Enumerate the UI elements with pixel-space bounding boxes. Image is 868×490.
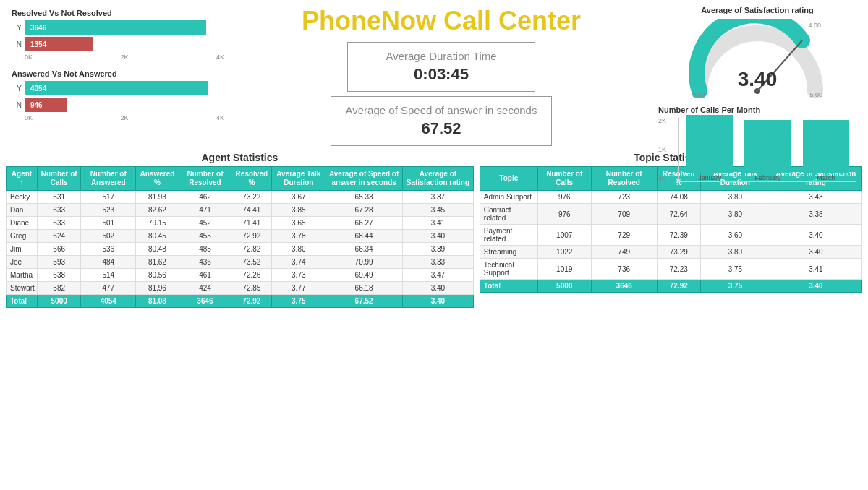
answered-y-bar-container: 4054	[25, 81, 224, 95]
agent-total-cell: 4054	[81, 295, 136, 308]
agent-total-cell: 3646	[179, 295, 231, 308]
monthly-y1: 1K	[658, 146, 666, 153]
answered-n-value: 946	[30, 101, 43, 109]
resolved-n-value: 1354	[30, 40, 46, 48]
answered-axis: 0K 2K 4K	[12, 114, 224, 121]
agent-table-cell: 3.73	[272, 269, 326, 282]
topic-table-cell: 3.40	[770, 225, 861, 246]
topic-table-cell: 72.39	[657, 225, 700, 246]
col-resolved-pct: Resolved %	[231, 167, 272, 191]
col-avg-talk: Average Talk Duration	[272, 167, 326, 191]
agent-table-cell: 536	[81, 243, 136, 256]
gauge-mid: 4.00	[808, 22, 821, 29]
agent-table-cell: 73.52	[231, 256, 272, 269]
agent-table-cell: 436	[179, 256, 231, 269]
resolved-n-label: N	[12, 40, 22, 48]
answered-y-bar: 4054	[25, 81, 208, 95]
topic-table-cell: 709	[591, 204, 657, 225]
agent-table-cell: Greg	[7, 230, 38, 243]
gauge-section: Average of Satisfaction rating 3.40 0.00…	[652, 6, 862, 98]
agent-table-cell: 424	[179, 282, 231, 295]
topic-col-topic: Topic	[480, 167, 537, 191]
topic-table-row: Admin Support97672374.083.803.43	[480, 191, 861, 204]
monthly-bar-mar: March	[803, 120, 849, 181]
monthly-label-jan: January	[698, 174, 721, 181]
agent-table-cell: 593	[37, 256, 80, 269]
resolved-chart-title: Resolved Vs Not Resolved	[12, 9, 224, 17]
answered-chart: Answered Vs Not Answered Y 4054 N 946	[6, 66, 230, 124]
agent-total-row: Total5000405481.08364672.923.7567.523.40	[7, 295, 474, 308]
agent-table-cell: 66.34	[326, 243, 403, 256]
topic-total-cell: 3.40	[770, 280, 861, 293]
topic-total-row: Total5000364672.923.753.40	[480, 280, 861, 293]
agent-table-cell: 485	[179, 243, 231, 256]
topic-table-cell: 3.41	[770, 259, 861, 280]
agent-table-cell: 3.80	[272, 243, 326, 256]
topic-table-cell: Technical Support	[480, 259, 537, 280]
agent-table-cell: Diane	[7, 217, 38, 230]
agent-table-cell: 80.45	[136, 230, 179, 243]
agent-table-row: Jim66653680.4848572.823.8066.343.39	[7, 243, 474, 256]
topic-table-cell: Contract related	[480, 204, 537, 225]
agent-table-cell: 501	[81, 217, 136, 230]
agent-table-cell: 3.65	[272, 217, 326, 230]
agent-table-cell: 3.40	[403, 282, 474, 295]
agent-table-row: Joe59348481.6243673.523.7470.993.33	[7, 256, 474, 269]
gauge-container: 3.40 0.00 4.00 5.00	[685, 19, 830, 98]
monthly-label-mar: March	[817, 174, 835, 181]
agent-table-cell: 523	[81, 204, 136, 217]
col-avg-sat: Average of Satisfaction rating	[403, 167, 474, 191]
col-agent: Agent ↑	[7, 167, 38, 191]
topic-table-row: Streaming102274973.293.803.40	[480, 246, 861, 259]
agent-table-cell: 633	[37, 204, 80, 217]
topic-table-row: Payment related100772972.393.603.40	[480, 225, 861, 246]
answered-n-bar: 946	[25, 98, 67, 112]
resolved-n-bar-container: 1354	[25, 37, 224, 51]
agent-table-cell: Jim	[7, 243, 38, 256]
agent-table-cell: 71.41	[231, 217, 272, 230]
agent-table-row: Martha63851480.5646172.263.7369.493.47	[7, 269, 474, 282]
agent-table-cell: 3.78	[272, 230, 326, 243]
col-num-resolved: Number of Resolved	[179, 167, 231, 191]
agent-table-cell: Stewart	[7, 282, 38, 295]
avg-speed-label: Average of Speed of answer in seconds	[346, 104, 537, 116]
dashboard-title: PhoneNow Call Center	[302, 6, 581, 36]
agent-table-row: Dan63352382.6247174.413.8567.283.45	[7, 204, 474, 217]
answered-y-value: 4054	[30, 85, 46, 93]
agent-table-cell: 3.45	[403, 204, 474, 217]
col-answered-pct: Answered %	[136, 167, 179, 191]
resolved-y-value: 3646	[30, 24, 46, 32]
monthly-chart-title: Number of Calls Per Month	[658, 106, 856, 114]
answered-n-label: N	[12, 101, 22, 109]
agent-table-cell: 3.37	[403, 191, 474, 204]
topic-table-cell: Streaming	[480, 246, 537, 259]
topic-total-cell: 3.75	[700, 280, 770, 293]
agent-table-cell: Becky	[7, 191, 38, 204]
agent-table-cell: 3.40	[403, 230, 474, 243]
agent-total-cell: 67.52	[326, 295, 403, 308]
agent-table-cell: 631	[37, 191, 80, 204]
avg-duration-box: Average Duration Time 0:03:45	[347, 42, 535, 92]
agent-table-cell: 455	[179, 230, 231, 243]
agent-table-cell: Martha	[7, 269, 38, 282]
topic-table-cell: 723	[591, 191, 657, 204]
agent-table-cell: 81.96	[136, 282, 179, 295]
agent-table-row: Stewart58247781.9642472.853.7766.183.40	[7, 282, 474, 295]
topic-col-resolved: Number of Resolved	[591, 167, 657, 191]
answered-bar-chart: Y 4054 N 946 0K	[12, 81, 224, 121]
avg-speed-box: Average of Speed of answer in seconds 67…	[331, 96, 553, 146]
agent-table-cell: 67.28	[326, 204, 403, 217]
topic-table-cell: 736	[591, 259, 657, 280]
topic-table-cell: 3.80	[700, 191, 770, 204]
agent-table-cell: 72.92	[231, 230, 272, 243]
resolved-axis: 0K 2K 4K	[12, 53, 224, 61]
agent-table-row: Becky63151781.9346273.223.6765.333.37	[7, 191, 474, 204]
topic-table-cell: 73.29	[657, 246, 700, 259]
agent-table-cell: 72.85	[231, 282, 272, 295]
agent-total-cell: 72.92	[231, 295, 272, 308]
agent-table-cell: 66.27	[326, 217, 403, 230]
agent-table-cell: 66.18	[326, 282, 403, 295]
resolved-chart: Resolved Vs Not Resolved Y 3646 N 1354	[6, 6, 230, 64]
agent-table-cell: 502	[81, 230, 136, 243]
topic-stats-table: Topic Number of Calls Number of Resolved…	[480, 166, 862, 293]
